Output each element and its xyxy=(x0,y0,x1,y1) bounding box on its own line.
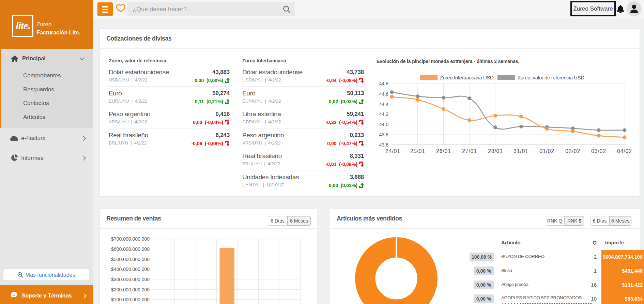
svg-text:44.8: 44.8 xyxy=(379,81,388,86)
svg-text:Zureo, valor de referencia USD: Zureo, valor de referencia USD xyxy=(518,75,584,80)
svg-text:Zureo Interbancaria USD: Zureo Interbancaria USD xyxy=(440,75,494,80)
svg-text:44.4: 44.4 xyxy=(379,102,388,107)
svg-text:27/01: 27/01 xyxy=(462,148,477,154)
svg-text:$200.000.000.000: $200.000.000.000 xyxy=(111,287,150,292)
svg-text:44.0: 44.0 xyxy=(379,122,388,127)
svg-text:25/01: 25/01 xyxy=(410,148,425,154)
svg-text:28/01: 28/01 xyxy=(488,148,503,154)
svg-text:43.6: 43.6 xyxy=(379,142,388,148)
svg-text:44.2: 44.2 xyxy=(379,111,388,117)
svg-text:$500.000.000.000: $500.000.000.000 xyxy=(111,257,150,262)
svg-text:$100.000.000.000: $100.000.000.000 xyxy=(111,297,150,302)
svg-text:$400.000.000.000: $400.000.000.000 xyxy=(111,267,150,272)
svg-text:44.6: 44.6 xyxy=(379,91,388,97)
svg-text:01/02: 01/02 xyxy=(539,148,554,154)
svg-text:$700.000.000.000: $700.000.000.000 xyxy=(111,236,150,242)
svg-text:02/02: 02/02 xyxy=(565,148,580,154)
svg-text:$300.000.000.000: $300.000.000.000 xyxy=(111,277,150,282)
svg-text:26/01: 26/01 xyxy=(436,148,451,154)
svg-text:03/02: 03/02 xyxy=(591,148,606,154)
svg-text:04/02: 04/02 xyxy=(617,148,632,154)
svg-text:43.8: 43.8 xyxy=(379,132,388,137)
svg-text:31/01: 31/01 xyxy=(513,148,528,154)
svg-text:$600.000.000.000: $600.000.000.000 xyxy=(111,246,150,252)
svg-text:24/01: 24/01 xyxy=(385,148,400,154)
